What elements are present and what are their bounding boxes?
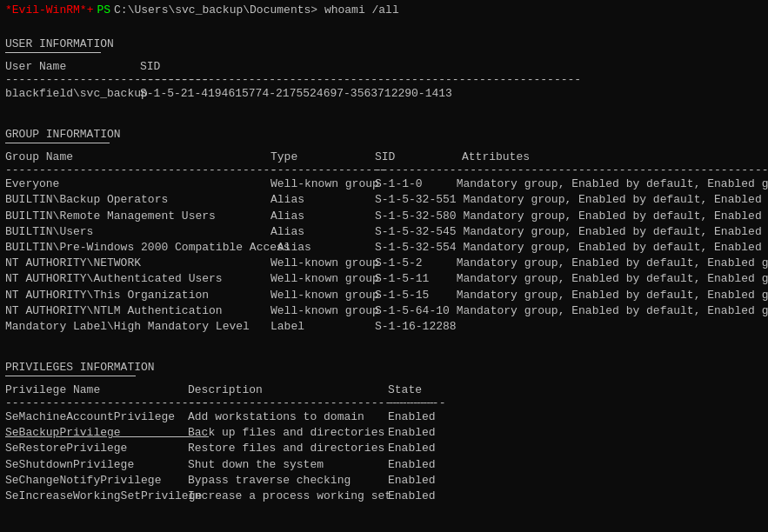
table-row: SeIncreaseWorkingSetPrivilege Increase a… [5, 489, 763, 504]
user-table-header: User Name SID [5, 60, 763, 73]
table-row: BUILTIN\Pre-Windows 2000 Compatible Acce… [5, 240, 763, 256]
groupname-col-header: Group Name [5, 150, 270, 163]
evil-winrm-label: *Evil-WinRM* [5, 3, 87, 17]
table-row: SeShutdownPrivilege Shut down the system… [5, 457, 763, 473]
sid-underline: ----------------------------------------… [140, 73, 763, 86]
privileges-info-header: PRIVILEGES INFORMATION [5, 361, 763, 374]
table-row: Everyone Well-known group S-1-1-0 Mandat… [5, 176, 763, 192]
desc-col-header: Description [188, 383, 388, 396]
user-info-section: USER INFORMATION User Name SID ---------… [5, 37, 763, 102]
table-row: NT AUTHORITY\NTLM Authentication Well-kn… [5, 303, 763, 319]
table-row: SeBackupPrivilege Back up files and dire… [5, 425, 763, 441]
group-info-header: GROUP INFORMATION [5, 128, 763, 141]
table-row: Mandatory Label\High Mandatory Level Lab… [5, 319, 763, 335]
privileges-info-section: PRIVILEGES INFORMATION Privilege Name De… [5, 361, 763, 504]
table-row: NT AUTHORITY\NETWORK Well-known group S-… [5, 256, 763, 271]
group-info-section: GROUP INFORMATION Group Name Type SID At… [5, 128, 763, 335]
prompt-line: *Evil-WinRM*+ PS C:\Users\svc_backup\Doc… [5, 3, 763, 17]
type-col-header: Type [270, 150, 375, 163]
username-value: blackfield\svc_backup [5, 86, 140, 102]
table-row: BUILTIN\Backup Operators Alias S-1-5-32-… [5, 192, 763, 208]
terminal-window: *Evil-WinRM*+ PS C:\Users\svc_backup\Doc… [0, 0, 768, 532]
prompt-command: whoami /all [317, 3, 399, 17]
table-row: SeChangeNotifyPrivilege Bypass traverse … [5, 473, 763, 489]
username-underline: ------------------------------ [5, 73, 140, 86]
sid-col-header2: SID [375, 150, 462, 163]
state-col-header: State [388, 383, 457, 396]
prompt-star: + [87, 3, 94, 17]
table-row: SeRestorePrivilege Restore files and dir… [5, 441, 763, 456]
prompt-path: C:\Users\svc_backup\Documents> [114, 3, 317, 17]
table-row: BUILTIN\Users Alias S-1-5-32-545 Mandato… [5, 224, 763, 240]
sid-col-header: SID [140, 60, 763, 73]
ps-label: PS [97, 3, 110, 17]
group-table-header: Group Name Type SID Attributes [5, 150, 763, 163]
user-info-header: USER INFORMATION [5, 37, 763, 50]
priv-table-header: Privilege Name Description State [5, 383, 763, 396]
table-row: NT AUTHORITY\This Organization Well-know… [5, 288, 763, 303]
table-row: NT AUTHORITY\Authenticated Users Well-kn… [5, 271, 763, 287]
table-row: BUILTIN\Remote Management Users Alias S-… [5, 209, 763, 224]
attributes-col-header: Attributes [462, 150, 763, 163]
user-table-row: blackfield\svc_backup S-1-5-21-419461577… [5, 86, 763, 102]
table-row: SeMachineAccountPrivilege Add workstatio… [5, 409, 763, 425]
username-col-header: User Name [5, 60, 140, 73]
privname-col-header: Privilege Name [5, 383, 188, 396]
user-table-underline: ------------------------------ ---------… [5, 73, 763, 86]
group-table-underline: ----------------------------------------… [5, 163, 763, 176]
priv-table-underline: ------------------------------ ---------… [5, 396, 763, 409]
sid-value: S-1-5-21-4194615774-2175524697-356371229… [140, 86, 763, 102]
